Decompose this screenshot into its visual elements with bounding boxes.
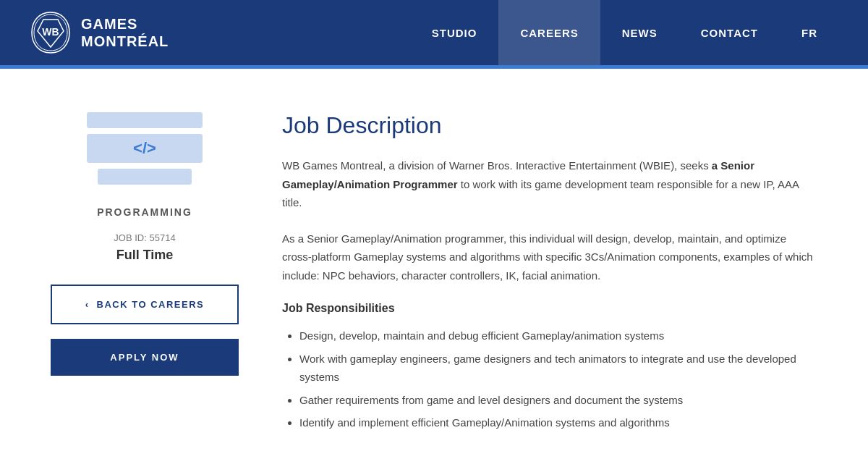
nav-contact[interactable]: CONTACT [679, 0, 780, 65]
nav-careers[interactable]: CAREERS [498, 0, 600, 65]
job-description-area: Job Description WB Games Montreal, a div… [282, 112, 817, 437]
list-item: Identify and implement efficient Gamepla… [299, 413, 817, 432]
responsibilities-list: Design, develop, maintain and debug effi… [282, 327, 817, 432]
nav-studio[interactable]: STUDIO [410, 0, 499, 65]
category-label: PROGRAMMING [97, 206, 192, 218]
job-type: Full Time [114, 248, 175, 263]
job-description-paragraph2: As a Senior Gameplay/Animation programme… [282, 230, 817, 285]
logo-area: WB GAMES MONTRÉAL [29, 11, 410, 54]
job-id: JOB ID: 55714 [114, 232, 175, 243]
category-icon: </> [72, 112, 217, 185]
desc-text-part1: WB Games Montreal, a division of Warner … [282, 159, 712, 172]
list-item: Work with gameplay engineers, game desig… [299, 350, 817, 387]
icon-bar-top [87, 112, 203, 128]
logo-line1: GAMES [81, 15, 169, 33]
job-meta: JOB ID: 55714 Full Time [114, 232, 175, 263]
apply-now-button[interactable]: APPLY NOW [51, 339, 239, 376]
back-label: BACK TO CAREERS [97, 299, 205, 310]
list-item: Gather requirements from game and level … [299, 391, 817, 410]
job-description-paragraph1: WB Games Montreal, a division of Warner … [282, 156, 817, 212]
back-to-careers-button[interactable]: ‹ BACK TO CAREERS [51, 285, 239, 324]
logo-line2: MONTRÉAL [81, 33, 169, 50]
nav-news[interactable]: NEWS [600, 0, 679, 65]
back-arrow-icon: ‹ [85, 299, 90, 310]
navigation: WB GAMES MONTRÉAL STUDIO CAREERS NEWS CO… [0, 0, 868, 65]
nav-lang-fr[interactable]: FR [780, 0, 839, 65]
sidebar: </> PROGRAMMING JOB ID: 55714 Full Time … [51, 112, 239, 437]
nav-links: STUDIO CAREERS NEWS CONTACT FR [410, 0, 839, 65]
list-item: Design, develop, maintain and debug effi… [299, 327, 817, 345]
logo-text: GAMES MONTRÉAL [81, 15, 169, 50]
job-title-heading: Job Description [282, 112, 817, 139]
svg-text:WB: WB [42, 26, 59, 38]
wb-shield-logo: WB [29, 11, 72, 54]
main-content: </> PROGRAMMING JOB ID: 55714 Full Time … [22, 69, 846, 459]
responsibilities-heading: Job Responsibilities [282, 302, 817, 315]
code-icon: </> [87, 134, 203, 163]
icon-bar-bottom [98, 169, 192, 185]
